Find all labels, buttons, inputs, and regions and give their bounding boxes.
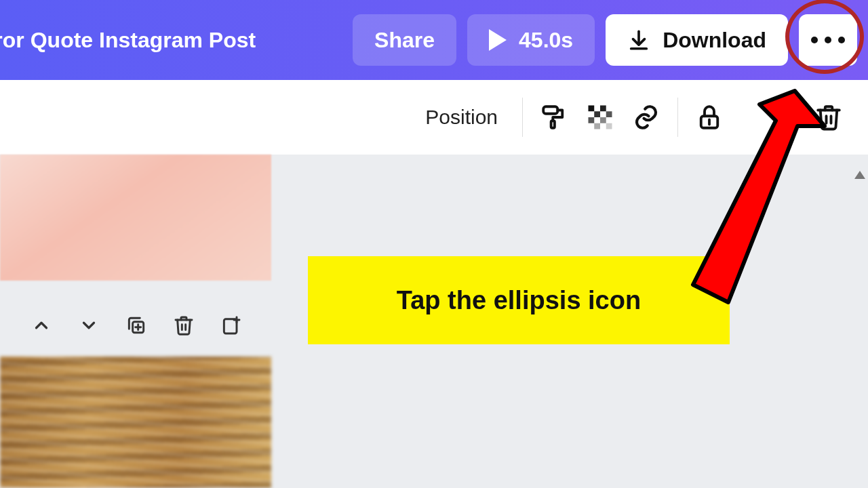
ellipsis-icon <box>811 37 845 43</box>
play-icon <box>489 29 507 51</box>
link-icon <box>632 103 660 131</box>
document-title[interactable]: irror Quote Instagram Post <box>0 28 342 53</box>
svg-rect-7 <box>606 111 612 117</box>
annotation-text: Tap the ellipsis icon <box>397 286 641 315</box>
canvas-area[interactable]: Tap the ellipsis icon <box>0 155 868 488</box>
svg-rect-5 <box>600 106 606 112</box>
divider <box>522 98 523 137</box>
duplicate-page-button[interactable] <box>122 312 151 340</box>
duplicate-icon <box>125 314 147 338</box>
trash-icon <box>814 103 843 131</box>
format-painter-button[interactable] <box>534 97 574 138</box>
annotation-callout: Tap the ellipsis icon <box>308 256 730 344</box>
svg-rect-10 <box>594 123 600 129</box>
svg-rect-6 <box>594 111 600 117</box>
transparency-icon <box>586 103 614 131</box>
chevron-up-icon <box>31 315 52 338</box>
context-toolbar: Position <box>0 80 868 155</box>
canvas-page-2[interactable] <box>0 357 271 488</box>
lock-button[interactable] <box>689 97 730 138</box>
share-button[interactable]: Share <box>353 14 456 66</box>
position-button[interactable]: Position <box>412 106 511 129</box>
duration-label: 45.0s <box>519 28 573 53</box>
play-duration-button[interactable]: 45.0s <box>467 14 595 66</box>
add-page-icon <box>220 314 242 338</box>
trash-icon <box>173 314 195 338</box>
download-icon <box>627 28 650 52</box>
page-controls <box>0 306 258 346</box>
share-label: Share <box>374 28 435 53</box>
move-page-up-button[interactable] <box>27 312 56 340</box>
paint-roller-icon <box>540 103 568 131</box>
download-button[interactable]: Download <box>606 14 788 66</box>
more-button[interactable] <box>799 14 857 66</box>
link-button[interactable] <box>626 97 667 138</box>
svg-rect-2 <box>543 106 557 114</box>
add-page-button[interactable] <box>217 312 245 340</box>
svg-rect-11 <box>606 123 612 129</box>
canvas-page-1[interactable] <box>0 155 271 281</box>
chevron-down-icon <box>79 315 99 338</box>
delete-page-button[interactable] <box>170 312 198 340</box>
move-page-down-button[interactable] <box>75 312 103 340</box>
app-header: irror Quote Instagram Post Share 45.0s D… <box>0 0 868 80</box>
transparency-button[interactable] <box>580 97 620 138</box>
svg-rect-3 <box>551 121 555 128</box>
scroll-up-icon[interactable] <box>854 171 865 179</box>
svg-rect-8 <box>589 117 595 123</box>
lock-icon <box>695 103 724 131</box>
download-label: Download <box>663 28 766 53</box>
svg-rect-4 <box>589 106 595 112</box>
svg-rect-17 <box>224 319 237 333</box>
divider <box>677 98 678 137</box>
delete-button[interactable] <box>808 97 849 138</box>
svg-rect-9 <box>600 117 606 123</box>
